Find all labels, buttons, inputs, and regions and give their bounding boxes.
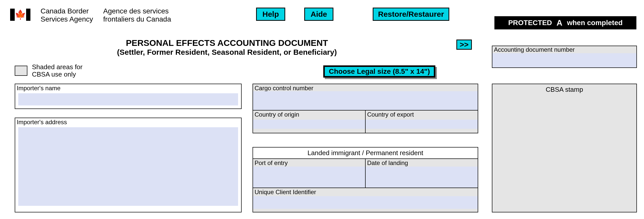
importer-name-input[interactable] — [18, 93, 238, 105]
cargo-control-label: Cargo control number — [255, 85, 313, 92]
importer-name-field: Importer's name — [15, 84, 242, 109]
uci-label: Unique Client Identifier — [255, 189, 316, 196]
uci-input[interactable] — [253, 196, 478, 209]
protected-badge: PROTECTED A when completed — [494, 16, 636, 29]
date-landing-input[interactable] — [366, 167, 478, 188]
agency-en-2: Services Agency — [41, 15, 93, 23]
agency-fr-1: Agence des services — [103, 7, 169, 15]
country-origin-field: Country of origin — [253, 111, 366, 133]
port-entry-input[interactable] — [253, 167, 365, 188]
cargo-section: Cargo control number Country of origin C… — [253, 84, 478, 133]
protected-suffix: when completed — [567, 19, 622, 27]
importer-address-field: Importer's address — [15, 118, 242, 212]
agency-en-1: Canada Border — [41, 7, 89, 15]
importer-address-input[interactable] — [18, 127, 238, 206]
shaded-swatch — [15, 66, 27, 76]
country-export-input[interactable] — [366, 120, 478, 129]
accounting-document-number-field: Accounting document number — [492, 46, 637, 68]
aide-button[interactable]: Aide — [304, 8, 333, 21]
landed-immigrant-section: Landed immigrant / Permanent resident Po… — [253, 147, 478, 212]
agency-fr-2: frontaliers du Canada — [103, 15, 171, 23]
protected-word: PROTECTED — [508, 19, 552, 27]
next-arrow-button[interactable]: >> — [456, 40, 472, 50]
cargo-control-field: Cargo control number — [253, 84, 478, 111]
maple-leaf-icon: 🍁 — [15, 10, 26, 19]
importer-name-label: Importer's name — [15, 84, 241, 92]
cbsa-stamp-label: CBSA stamp — [492, 86, 636, 94]
shaded-note-text: Shaded areas for CBSA use only — [32, 63, 82, 78]
cbsa-stamp-area: CBSA stamp — [492, 84, 637, 212]
cargo-control-input[interactable] — [253, 91, 478, 110]
restore-button[interactable]: Restore/Restaurer — [373, 8, 449, 21]
country-origin-label: Country of origin — [255, 111, 299, 118]
help-button[interactable]: Help — [256, 8, 285, 21]
choose-legal-size-button[interactable]: Choose Legal size (8.5" x 14") — [323, 65, 435, 78]
date-landing-label: Date of landing — [367, 159, 408, 167]
port-entry-label: Port of entry — [255, 159, 288, 167]
date-landing-field: Date of landing — [366, 159, 478, 188]
accounting-document-number-label: Accounting document number — [492, 46, 636, 53]
importer-address-label: Importer's address — [15, 118, 241, 126]
uci-field: Unique Client Identifier — [253, 188, 478, 212]
protected-letter: A — [557, 18, 562, 28]
landed-header: Landed immigrant / Permanent resident — [253, 148, 478, 159]
canada-flag-logo: 🍁 — [10, 7, 30, 22]
country-origin-input[interactable] — [253, 120, 365, 129]
country-export-label: Country of export — [367, 111, 414, 118]
port-entry-field: Port of entry — [253, 159, 366, 188]
agency-name: Canada BorderServices Agency Agence des … — [41, 7, 171, 23]
title-sub: (Settler, Former Resident, Seasonal Resi… — [0, 48, 454, 57]
document-title: PERSONAL EFFECTS ACCOUNTING DOCUMENT (Se… — [0, 38, 454, 57]
title-main: PERSONAL EFFECTS ACCOUNTING DOCUMENT — [0, 38, 454, 48]
country-export-field: Country of export — [366, 111, 478, 133]
shaded-note: Shaded areas for CBSA use only — [15, 63, 82, 78]
